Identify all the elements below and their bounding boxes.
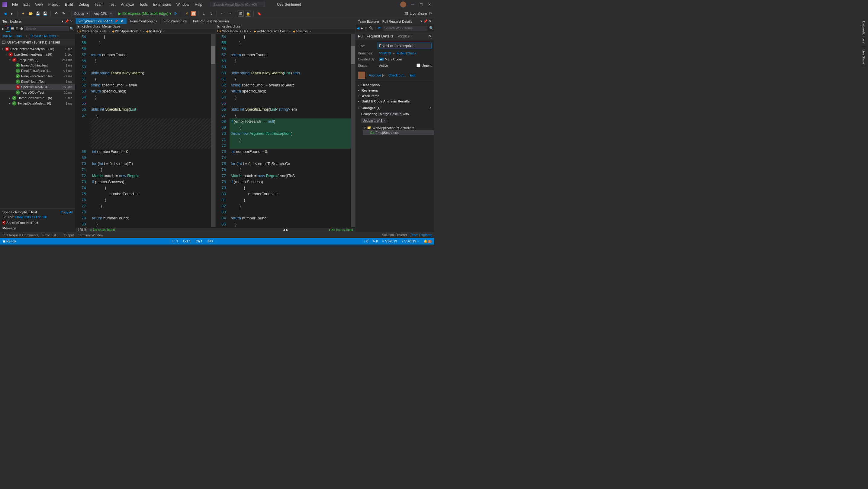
minimize-icon[interactable]: — (410, 2, 415, 7)
browser-link-icon[interactable]: ⎘ (184, 10, 190, 17)
btab-team-explorer[interactable]: Team Explorer (410, 233, 432, 237)
back-icon[interactable]: ◀ (2, 10, 8, 17)
breadcrumb-item[interactable]: ◆ WebApplication2.Contr (254, 30, 290, 33)
breadcrumb-item[interactable]: C# Miscellaneous File (77, 30, 110, 33)
popout-icon[interactable]: ⇱ (429, 34, 432, 38)
col-indicator[interactable]: Col 1 (183, 239, 191, 243)
nav-back-icon[interactable]: ← (219, 10, 225, 17)
undo-icon[interactable]: ↶ (53, 10, 59, 17)
test-node[interactable]: ▿✕UserSentimentAnal... (18)1 sec (0, 52, 75, 57)
test-node[interactable]: ▸✓HomeControllerTe... (6)1 sec (0, 95, 75, 100)
pin-icon[interactable]: 📌 (65, 19, 69, 23)
plug-icon[interactable]: 🔌 (369, 26, 373, 31)
dropdown-icon[interactable]: ▾ (62, 19, 63, 23)
feedback-icon[interactable]: ⚐ (429, 11, 432, 16)
test-node[interactable]: ✓EmojiExtraSpecial...< 1 ms (0, 68, 75, 74)
lock-icon[interactable]: 🔒 (245, 10, 251, 17)
new-project-icon[interactable]: ✦ (20, 10, 26, 17)
dropdown-icon[interactable]: ▾ (421, 19, 422, 23)
filter-icon[interactable]: ☰ (10, 26, 14, 32)
copy-all-link[interactable]: Copy All (61, 210, 73, 214)
menu-file[interactable]: File (10, 1, 20, 8)
source-branch-link[interactable]: FixNullCheck (397, 51, 416, 55)
changes-section[interactable]: Changes (1) (362, 106, 380, 110)
test-node[interactable]: ✓EmojiHeartsTest1 ms (0, 79, 75, 84)
live-share-icon[interactable]: ⮹ (404, 11, 408, 16)
work-items-search[interactable] (383, 26, 427, 31)
breadcrumb-item[interactable]: ◆ hasEmoji (146, 30, 164, 33)
push-indicator[interactable]: ↑ 0 (364, 239, 369, 243)
tab-emojisearch-cs-pr-11[interactable]: EmojiSearch.cs: PR 11📌✕ (75, 18, 127, 24)
checkout-link[interactable]: Check out... (389, 74, 406, 77)
test-node[interactable]: ✓TearsOfJoyTest10 ms (0, 90, 75, 95)
test-node[interactable]: ▿✕EmojiTests (6)244 ms (0, 57, 75, 63)
test-node[interactable]: ▸✓TwitterDataModel... (6)1 ms (0, 100, 75, 106)
update-dropdown[interactable]: Update 1 of 1 (361, 118, 386, 123)
menu-build[interactable]: Build (63, 1, 75, 8)
source-link[interactable]: EmojiTests.cs line 101 (15, 215, 48, 219)
search-icon[interactable]: 🔍 (429, 26, 434, 31)
menu-debug[interactable]: Debug (76, 1, 92, 8)
test-node[interactable]: ▿✕UserSentimentAnalysis... (18)1 sec (0, 46, 75, 52)
config-dropdown[interactable]: Debug (71, 11, 90, 16)
file-node[interactable]: C#EmojiSearch.cs (363, 130, 434, 135)
refresh-icon[interactable]: ⟳ (378, 26, 381, 31)
folder-node[interactable]: ▿📁WebApplication2\Controllers (363, 125, 434, 130)
approve-link[interactable]: Approve |▾ (369, 74, 385, 77)
step-icon[interactable]: ⤓ (201, 10, 207, 17)
menu-view[interactable]: View (33, 1, 45, 8)
start-button[interactable]: ▶ IIS Express (Microsoft Edge) ▾ (118, 11, 172, 16)
btab-terminal-window[interactable]: Terminal Window (78, 233, 103, 237)
scrollbar[interactable] (351, 34, 355, 227)
pin-icon[interactable]: 📌 (115, 20, 118, 23)
home-icon[interactable]: ⌂ (365, 26, 367, 31)
save-all-icon[interactable]: 💾 (42, 10, 48, 17)
project-name[interactable]: VS2019 (396, 34, 409, 38)
flag-icon[interactable]: 🏳 (428, 106, 432, 110)
btab-pull-request-comments[interactable]: Pull Request Comments (2, 233, 38, 237)
step-over-icon[interactable]: ⤵ (208, 10, 214, 17)
playlist-link[interactable]: Playlist : All Tests (31, 34, 56, 38)
section-build-code-analysis-results[interactable]: ▸Build & Code Analysis Results (355, 98, 434, 104)
run-all-link[interactable]: Run All (2, 34, 12, 38)
quick-launch-input[interactable] (211, 2, 265, 7)
refresh-icon[interactable]: ⟳ (173, 10, 179, 17)
zoom-level[interactable]: 125 % (78, 228, 86, 231)
group-icon[interactable]: ⊞ (6, 26, 10, 32)
ins-indicator[interactable]: INS (208, 239, 213, 243)
hierarchy-icon[interactable]: ⊟ (15, 26, 19, 32)
open-icon[interactable]: 📂 (28, 10, 33, 17)
redo-icon[interactable]: ↷ (60, 10, 66, 17)
breadcrumb-item[interactable]: ◆ hasEmoji (293, 30, 311, 33)
char-indicator[interactable]: Ch 1 (195, 239, 203, 243)
back-icon[interactable]: ◀ (357, 26, 360, 31)
test-node[interactable]: ✓EmojiFaceSearchTest77 ms (0, 74, 75, 79)
search-icon[interactable]: 🔍 (69, 26, 74, 32)
menu-project[interactable]: Project (46, 1, 62, 8)
scrollbar[interactable] (211, 34, 215, 227)
forward-icon[interactable]: ▸ (361, 26, 363, 31)
section-work-items[interactable]: ▸Work Items (355, 93, 434, 98)
exit-link[interactable]: Exit (410, 74, 415, 77)
toggle1-icon[interactable]: ⊞ (238, 10, 244, 17)
no-issues-indicator-right[interactable]: ● No issues found (328, 228, 353, 231)
run-link[interactable]: Run... (16, 34, 25, 38)
bookmark-icon[interactable]: 🔖 (256, 10, 262, 17)
btab-solution-explorer[interactable]: Solution Explorer (382, 233, 407, 237)
target-branch-link[interactable]: VS2019 (379, 51, 391, 55)
branch-indicator[interactable]: ⑂ VS2019 ▾ (401, 239, 419, 243)
menu-tools[interactable]: Tools (137, 1, 150, 8)
forward-icon[interactable]: ▸ (9, 10, 15, 17)
test-node[interactable]: ✓EmojiClothingTest1 ms (0, 63, 75, 68)
menu-test[interactable]: Test (106, 1, 118, 8)
test-node[interactable]: ✕SpecificEmojiNullT...153 ms (0, 84, 75, 90)
compare-base-dropdown[interactable]: Merge Base (378, 112, 402, 116)
test-search-input[interactable] (24, 26, 69, 31)
close-icon[interactable]: ✕ (121, 19, 124, 23)
code-editor-left[interactable]: 5455565758596061626364656667686970717273… (75, 34, 215, 227)
close-icon[interactable]: ✕ (427, 2, 432, 7)
btab-error-list-[interactable]: Error List ... (42, 233, 60, 237)
menu-team[interactable]: Team (92, 1, 106, 8)
menu-edit[interactable]: Edit (21, 1, 32, 8)
save-icon[interactable]: 💾 (35, 10, 41, 17)
